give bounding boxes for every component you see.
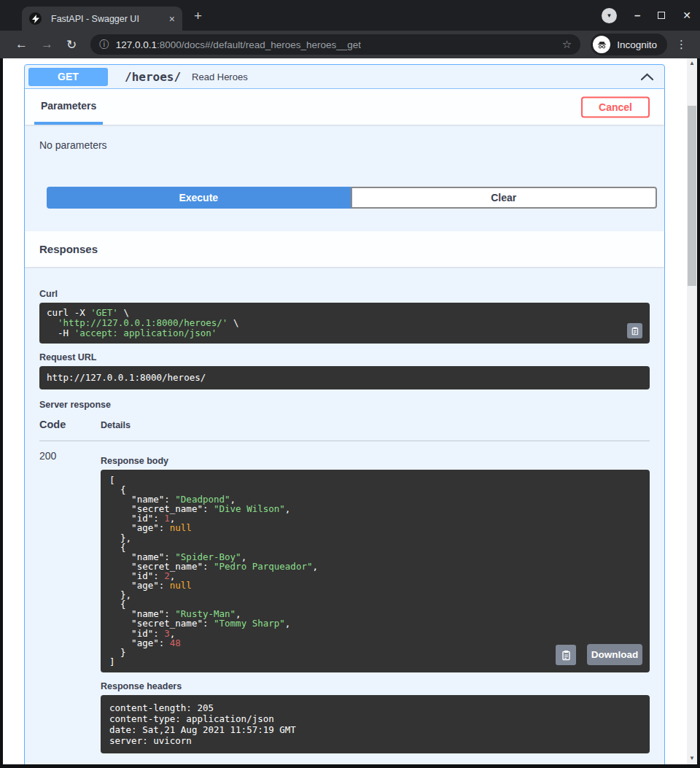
no-parameters-text: No parameters (39, 139, 664, 151)
operation-path: /heroes/ (125, 70, 181, 84)
response-headers-code: content-length: 205 content-type: applic… (109, 702, 296, 746)
response-table-header: Code Details (39, 419, 650, 441)
clear-button[interactable]: Clear (351, 187, 658, 209)
minimize-button[interactable]: – (634, 12, 640, 19)
response-headers-block: content-length: 205 content-type: applic… (101, 695, 650, 753)
scroll-down-icon[interactable]: ▼ (687, 753, 697, 764)
incognito-badge: Incognito (591, 34, 667, 55)
request-url-value: http://127.0.0.1:8000/heroes/ (39, 366, 650, 389)
tab-close-icon[interactable]: × (169, 13, 175, 25)
window-controls: ▼ – ✕ (602, 0, 691, 31)
curl-copy-button[interactable] (627, 323, 642, 338)
response-table-row: 200 Response body [ { "name": "Deadpond"… (39, 441, 650, 753)
responses-body: Curl curl -X 'GET' \ 'http://127.0.0.1:8… (25, 267, 664, 768)
code-column-header: Code (39, 419, 101, 430)
page-scrollbar[interactable]: ▲ ▼ (687, 58, 697, 768)
address-bar[interactable]: ⓘ 127.0.0.1:8000/docs#/default/read_hero… (90, 34, 580, 55)
back-icon[interactable]: ← (15, 37, 28, 52)
response-body-label: Response body (101, 456, 650, 466)
incognito-icon (593, 36, 610, 53)
maximize-button[interactable] (658, 12, 665, 19)
collapse-chevron-icon[interactable] (640, 73, 654, 81)
tab-title: FastAPI - Swagger UI (51, 14, 163, 24)
forward-icon[interactable]: → (41, 37, 53, 52)
browser-titlebar: FastAPI - Swagger UI × + ▼ – ✕ (0, 0, 700, 31)
url-text: 127.0.0.1:8000/docs#/default/read_heroes… (116, 39, 361, 50)
browser-toolbar: ← → ↻ ⓘ 127.0.0.1:8000/docs#/default/rea… (0, 31, 700, 58)
page-info-icon[interactable]: ⓘ (99, 38, 109, 51)
window-edge-bottom (0, 764, 700, 768)
browser-menu-icon[interactable]: ⋮ (676, 38, 687, 51)
tab-parameters[interactable]: Parameters (34, 89, 103, 125)
response-copy-button[interactable] (556, 645, 576, 665)
operation-summary: Read Heroes (192, 71, 248, 82)
parameters-body: No parameters Execute Clear (25, 125, 664, 231)
curl-code: curl -X 'GET' \ 'http://127.0.0.1:8000/h… (47, 307, 238, 338)
incognito-label: Incognito (617, 39, 657, 50)
execute-row: Execute Clear (47, 187, 657, 209)
scroll-up-icon[interactable]: ▲ (687, 58, 697, 69)
url-path: :8000/docs#/default/read_heroes_heroes__… (157, 39, 361, 50)
status-code: 200 (39, 450, 101, 753)
response-body-block: [ { "name": "Deadpond", "secret_name": "… (101, 470, 650, 672)
new-tab-button[interactable]: + (194, 9, 202, 23)
responses-header: Responses (25, 231, 664, 267)
reload-icon[interactable]: ↻ (66, 37, 77, 53)
window-dropdown-icon[interactable]: ▼ (602, 8, 617, 23)
cancel-button[interactable]: Cancel (581, 96, 650, 117)
window-edge-left (0, 58, 3, 768)
bookmark-star-icon[interactable]: ☆ (562, 38, 572, 51)
details-column-header: Details (101, 419, 650, 430)
operation-header[interactable]: GET /heroes/ Read Heroes (25, 65, 664, 89)
server-response-label: Server response (39, 400, 650, 410)
close-window-button[interactable]: ✕ (682, 9, 691, 21)
page-content: GET /heroes/ Read Heroes Parameters Canc… (0, 58, 700, 768)
browser-tab[interactable]: FastAPI - Swagger UI × (22, 7, 182, 31)
responses-title: Responses (39, 243, 98, 255)
scrollbar-thumb[interactable] (688, 106, 696, 286)
parameters-header: Parameters Cancel (25, 89, 664, 125)
window-edge-right (697, 58, 700, 768)
execute-button[interactable]: Execute (47, 187, 351, 209)
method-badge: GET (28, 68, 108, 86)
request-url-label: Request URL (39, 352, 650, 362)
opblock-get-heroes: GET /heroes/ Read Heroes Parameters Canc… (24, 64, 665, 768)
download-button[interactable]: Download (587, 644, 642, 665)
parameters-title: Parameters (41, 100, 96, 112)
response-headers-label: Response headers (101, 681, 650, 691)
curl-command: curl -X 'GET' \ 'http://127.0.0.1:8000/h… (39, 303, 650, 344)
response-details: Response body [ { "name": "Deadpond", "s… (101, 450, 650, 753)
curl-label: Curl (39, 289, 650, 299)
url-host: 127.0.0.1 (116, 39, 157, 50)
response-body-code: [ { "name": "Deadpond", "secret_name": "… (109, 475, 318, 667)
fastapi-favicon-icon (29, 12, 42, 25)
